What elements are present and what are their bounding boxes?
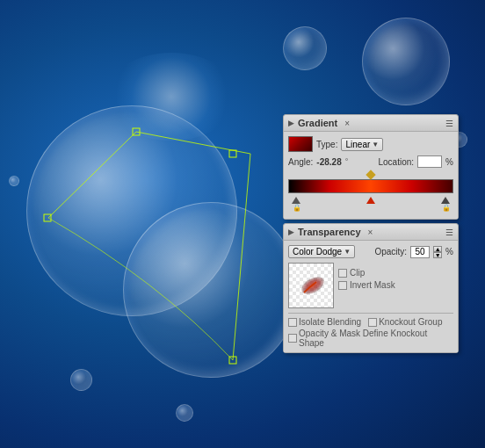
- location-label: Location:: [379, 157, 415, 167]
- gradient-close-button[interactable]: ×: [344, 119, 350, 128]
- thumbnail-area: Clip Invert Mask: [288, 263, 453, 308]
- blend-dropdown-arrow: ▼: [344, 248, 351, 256]
- canvas-background: ▶ Gradient × ☰ Type: Linear ▼: [0, 0, 485, 448]
- blend-mode-value: Color Dodge: [293, 247, 342, 257]
- lock-left: 🔒: [293, 204, 296, 212]
- location-percent: %: [445, 157, 453, 167]
- gradient-type-row: Type: Linear ▼: [288, 136, 453, 152]
- panels-container: ▶ Gradient × ☰ Type: Linear ▼: [283, 114, 459, 357]
- gradient-menu-icon[interactable]: ☰: [445, 119, 453, 128]
- bubble-small4: [176, 404, 193, 422]
- transparency-panel: ▶ Transparency × ☰ Color Dodge ▼ Opacity…: [283, 223, 459, 353]
- gradient-bar-container: 🔒 🔒: [288, 171, 453, 207]
- clip-checkbox-row: Clip: [338, 268, 395, 278]
- opacity-decrement-button[interactable]: ▼: [433, 252, 442, 258]
- gradient-header-left: ▶ Gradient ×: [288, 118, 350, 128]
- gradient-bar[interactable]: [288, 179, 453, 193]
- bubble-large: [123, 202, 299, 378]
- gradient-swatch[interactable]: [288, 136, 313, 152]
- clip-checkbox[interactable]: [338, 269, 347, 278]
- knockout-group-label: Knockout Group: [379, 317, 442, 327]
- isolate-blending-checkbox[interactable]: [288, 318, 297, 327]
- gradient-panel-body: Type: Linear ▼ Angle: -28.28 ° Location:…: [284, 132, 458, 219]
- transparency-panel-title: Transparency: [298, 227, 361, 237]
- angle-value: -28.28: [316, 157, 341, 167]
- bubble-tiny2: [9, 176, 19, 186]
- lock-right: 🔒: [442, 204, 445, 212]
- mask-checkboxes: Clip Invert Mask: [338, 263, 395, 290]
- svg-rect-2: [229, 150, 236, 157]
- bubble-small1: [283, 26, 327, 70]
- angle-label: Angle:: [288, 157, 313, 167]
- blend-opacity-row: Color Dodge ▼ Opacity: 50 ▲ ▼ %: [288, 245, 453, 258]
- type-dropdown-value: Linear: [345, 140, 370, 149]
- invert-mask-checkbox-row: Invert Mask: [338, 280, 395, 290]
- clip-label: Clip: [350, 268, 365, 278]
- gradient-angle-row: Angle: -28.28 ° Location: %: [288, 155, 453, 168]
- stop-triangle-right[interactable]: 🔒: [441, 197, 450, 204]
- gradient-stops-row: 🔒 🔒: [288, 193, 453, 207]
- stop-triangle-center[interactable]: [366, 197, 375, 204]
- opacity-mask-checkbox[interactable]: [288, 334, 297, 343]
- bubble-small3: [70, 369, 92, 391]
- isolate-blending-label: Isolate Blending: [299, 317, 361, 327]
- invert-mask-checkbox[interactable]: [338, 281, 347, 290]
- opacity-percent: %: [445, 247, 453, 257]
- opacity-stepper: ▲ ▼: [433, 246, 442, 258]
- diamond-stop[interactable]: [366, 170, 375, 179]
- type-label: Type:: [316, 140, 337, 149]
- transparency-panel-body: Color Dodge ▼ Opacity: 50 ▲ ▼ %: [284, 241, 458, 352]
- blend-mode-dropdown[interactable]: Color Dodge ▼: [288, 245, 355, 258]
- gradient-panel-title: Gradient: [298, 118, 337, 128]
- opacity-increment-button[interactable]: ▲: [433, 246, 442, 252]
- gradient-collapse-icon[interactable]: ▶: [288, 119, 294, 127]
- opacity-value-box[interactable]: 50: [410, 246, 430, 258]
- transparency-close-button[interactable]: ×: [368, 228, 373, 237]
- gradient-panel: ▶ Gradient × ☰ Type: Linear ▼: [283, 114, 459, 220]
- type-dropdown[interactable]: Linear ▼: [341, 138, 383, 151]
- opacity-mask-row: Opacity & Mask Define Knockout Shape: [288, 329, 453, 348]
- opacity-label: Opacity:: [374, 247, 407, 257]
- top-stop-row: [288, 171, 453, 178]
- mask-thumbnail[interactable]: [288, 263, 334, 308]
- location-input[interactable]: [417, 155, 442, 168]
- thumbnail-image: [293, 268, 329, 303]
- transparency-panel-header: ▶ Transparency × ☰: [284, 224, 458, 241]
- transparency-header-left: ▶ Transparency ×: [288, 227, 373, 237]
- bottom-checkboxes: Isolate Blending Knockout Group Opacity …: [288, 313, 453, 348]
- opacity-mask-label: Opacity & Mask Define Knockout Shape: [299, 329, 453, 348]
- degree-symbol: °: [345, 157, 349, 166]
- gradient-panel-header: ▶ Gradient × ☰: [284, 115, 458, 132]
- knockout-group-checkbox[interactable]: [368, 318, 377, 327]
- type-dropdown-arrow: ▼: [372, 141, 379, 148]
- transparency-collapse-icon[interactable]: ▶: [288, 228, 294, 236]
- bubble-top-right: [362, 18, 450, 105]
- stop-triangle-left[interactable]: 🔒: [292, 197, 300, 204]
- transparency-menu-icon[interactable]: ☰: [445, 228, 453, 237]
- invert-mask-label: Invert Mask: [350, 280, 395, 290]
- isolate-blending-row: Isolate Blending Knockout Group: [288, 317, 453, 327]
